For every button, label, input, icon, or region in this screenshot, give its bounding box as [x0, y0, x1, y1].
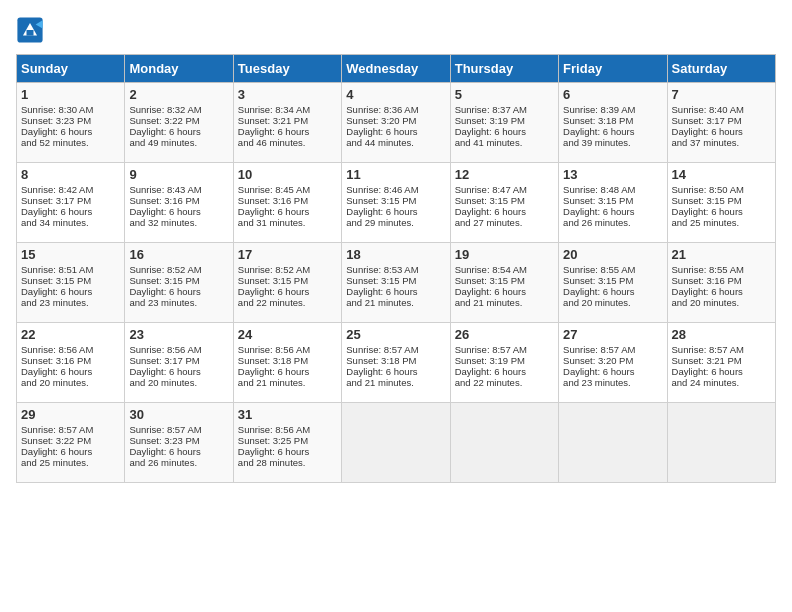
day-info-line: and 27 minutes.: [455, 217, 554, 228]
day-info-line: Daylight: 6 hours: [238, 206, 337, 217]
day-info-line: and 23 minutes.: [129, 297, 228, 308]
day-info-line: Sunset: 3:17 PM: [21, 195, 120, 206]
logo-icon: [16, 16, 44, 44]
calendar-week-row: 8Sunrise: 8:42 AMSunset: 3:17 PMDaylight…: [17, 163, 776, 243]
day-number: 5: [455, 87, 554, 102]
calendar-day-cell: 10Sunrise: 8:45 AMSunset: 3:16 PMDayligh…: [233, 163, 341, 243]
calendar-day-cell: 14Sunrise: 8:50 AMSunset: 3:15 PMDayligh…: [667, 163, 775, 243]
calendar-week-row: 1Sunrise: 8:30 AMSunset: 3:23 PMDaylight…: [17, 83, 776, 163]
day-info-line: and 37 minutes.: [672, 137, 771, 148]
calendar-day-cell: 13Sunrise: 8:48 AMSunset: 3:15 PMDayligh…: [559, 163, 667, 243]
day-info-line: Daylight: 6 hours: [129, 206, 228, 217]
day-number: 9: [129, 167, 228, 182]
day-number: 19: [455, 247, 554, 262]
calendar-day-cell: 3Sunrise: 8:34 AMSunset: 3:21 PMDaylight…: [233, 83, 341, 163]
day-info-line: Sunset: 3:21 PM: [238, 115, 337, 126]
day-info-line: Sunrise: 8:34 AM: [238, 104, 337, 115]
day-info-line: and 44 minutes.: [346, 137, 445, 148]
day-info-line: Sunrise: 8:57 AM: [672, 344, 771, 355]
day-info-line: Daylight: 6 hours: [238, 286, 337, 297]
day-info-line: Sunrise: 8:40 AM: [672, 104, 771, 115]
calendar-day-cell: 27Sunrise: 8:57 AMSunset: 3:20 PMDayligh…: [559, 323, 667, 403]
day-info-line: Sunrise: 8:57 AM: [455, 344, 554, 355]
day-info-line: Daylight: 6 hours: [672, 366, 771, 377]
day-number: 6: [563, 87, 662, 102]
day-info-line: Sunrise: 8:52 AM: [129, 264, 228, 275]
day-number: 30: [129, 407, 228, 422]
calendar-day-cell: 19Sunrise: 8:54 AMSunset: 3:15 PMDayligh…: [450, 243, 558, 323]
calendar-day-cell: 20Sunrise: 8:55 AMSunset: 3:15 PMDayligh…: [559, 243, 667, 323]
day-number: 4: [346, 87, 445, 102]
day-info-line: and 52 minutes.: [21, 137, 120, 148]
day-info-line: Sunset: 3:16 PM: [21, 355, 120, 366]
day-of-week-header: Monday: [125, 55, 233, 83]
calendar-day-cell: 23Sunrise: 8:56 AMSunset: 3:17 PMDayligh…: [125, 323, 233, 403]
day-info-line: and 21 minutes.: [238, 377, 337, 388]
day-info-line: and 25 minutes.: [672, 217, 771, 228]
day-of-week-header: Thursday: [450, 55, 558, 83]
calendar-day-cell: 25Sunrise: 8:57 AMSunset: 3:18 PMDayligh…: [342, 323, 450, 403]
day-info-line: Sunrise: 8:36 AM: [346, 104, 445, 115]
day-info-line: and 29 minutes.: [346, 217, 445, 228]
day-info-line: Sunrise: 8:56 AM: [129, 344, 228, 355]
calendar-day-cell: [559, 403, 667, 483]
day-info-line: Daylight: 6 hours: [672, 286, 771, 297]
day-info-line: Daylight: 6 hours: [21, 366, 120, 377]
day-number: 17: [238, 247, 337, 262]
day-info-line: Sunrise: 8:56 AM: [238, 424, 337, 435]
calendar-day-cell: 22Sunrise: 8:56 AMSunset: 3:16 PMDayligh…: [17, 323, 125, 403]
day-info-line: Sunset: 3:15 PM: [455, 275, 554, 286]
day-info-line: Sunset: 3:15 PM: [21, 275, 120, 286]
day-info-line: Daylight: 6 hours: [238, 446, 337, 457]
calendar-week-row: 29Sunrise: 8:57 AMSunset: 3:22 PMDayligh…: [17, 403, 776, 483]
day-number: 28: [672, 327, 771, 342]
day-info-line: and 21 minutes.: [455, 297, 554, 308]
day-info-line: Daylight: 6 hours: [672, 126, 771, 137]
day-of-week-header: Sunday: [17, 55, 125, 83]
calendar-day-cell: 2Sunrise: 8:32 AMSunset: 3:22 PMDaylight…: [125, 83, 233, 163]
day-info-line: Sunrise: 8:56 AM: [238, 344, 337, 355]
day-number: 26: [455, 327, 554, 342]
day-info-line: Sunset: 3:23 PM: [21, 115, 120, 126]
day-info-line: Sunset: 3:17 PM: [129, 355, 228, 366]
day-info-line: Sunrise: 8:56 AM: [21, 344, 120, 355]
day-info-line: Sunrise: 8:57 AM: [129, 424, 228, 435]
day-info-line: Daylight: 6 hours: [129, 446, 228, 457]
day-info-line: Sunset: 3:19 PM: [455, 355, 554, 366]
day-info-line: Sunset: 3:20 PM: [563, 355, 662, 366]
day-info-line: Daylight: 6 hours: [21, 286, 120, 297]
day-info-line: Daylight: 6 hours: [21, 206, 120, 217]
calendar-day-cell: 26Sunrise: 8:57 AMSunset: 3:19 PMDayligh…: [450, 323, 558, 403]
calendar-day-cell: 21Sunrise: 8:55 AMSunset: 3:16 PMDayligh…: [667, 243, 775, 323]
day-info-line: and 22 minutes.: [455, 377, 554, 388]
calendar-day-cell: [342, 403, 450, 483]
day-info-line: and 23 minutes.: [563, 377, 662, 388]
calendar-day-cell: 5Sunrise: 8:37 AMSunset: 3:19 PMDaylight…: [450, 83, 558, 163]
day-info-line: and 24 minutes.: [672, 377, 771, 388]
day-info-line: and 26 minutes.: [129, 457, 228, 468]
day-number: 23: [129, 327, 228, 342]
day-info-line: Daylight: 6 hours: [129, 286, 228, 297]
calendar-day-cell: 24Sunrise: 8:56 AMSunset: 3:18 PMDayligh…: [233, 323, 341, 403]
calendar-day-cell: 8Sunrise: 8:42 AMSunset: 3:17 PMDaylight…: [17, 163, 125, 243]
day-number: 3: [238, 87, 337, 102]
day-number: 14: [672, 167, 771, 182]
day-number: 11: [346, 167, 445, 182]
day-info-line: and 25 minutes.: [21, 457, 120, 468]
day-info-line: Sunrise: 8:57 AM: [563, 344, 662, 355]
calendar-day-cell: 4Sunrise: 8:36 AMSunset: 3:20 PMDaylight…: [342, 83, 450, 163]
day-info-line: Sunrise: 8:48 AM: [563, 184, 662, 195]
day-info-line: and 23 minutes.: [21, 297, 120, 308]
day-info-line: and 39 minutes.: [563, 137, 662, 148]
day-number: 22: [21, 327, 120, 342]
day-info-line: Sunrise: 8:50 AM: [672, 184, 771, 195]
svg-rect-2: [27, 30, 34, 36]
day-info-line: and 32 minutes.: [129, 217, 228, 228]
calendar-week-row: 15Sunrise: 8:51 AMSunset: 3:15 PMDayligh…: [17, 243, 776, 323]
day-info-line: Sunrise: 8:45 AM: [238, 184, 337, 195]
calendar-day-cell: 6Sunrise: 8:39 AMSunset: 3:18 PMDaylight…: [559, 83, 667, 163]
day-info-line: Daylight: 6 hours: [346, 366, 445, 377]
day-number: 10: [238, 167, 337, 182]
day-info-line: Sunset: 3:18 PM: [238, 355, 337, 366]
day-info-line: Sunset: 3:15 PM: [238, 275, 337, 286]
